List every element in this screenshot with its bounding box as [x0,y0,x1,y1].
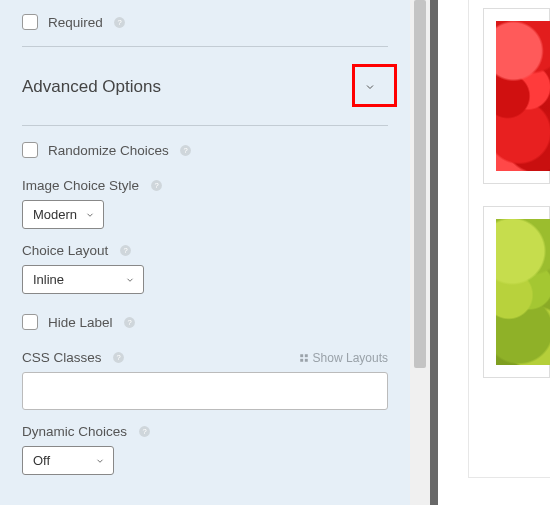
preview-panel [438,0,550,505]
svg-rect-12 [300,354,303,357]
settings-sidebar: Required ? Advanced Options Randomize Ch… [0,0,410,505]
help-icon[interactable]: ? [112,351,126,365]
chevron-down-icon [125,275,135,285]
dynamic-choices-label: Dynamic Choices [22,424,127,439]
image-choice-card[interactable] [483,8,550,184]
chevron-down-icon [85,210,95,220]
required-label: Required [48,15,103,30]
randomize-row: Randomize Choices ? [22,136,388,164]
css-classes-label: CSS Classes [22,350,102,365]
choice-layout-label: Choice Layout [22,243,108,258]
select-value: Off [33,453,50,468]
scrollbar-track[interactable] [410,0,430,505]
show-layouts-link[interactable]: Show Layouts [299,351,388,365]
advanced-options-title: Advanced Options [22,77,161,97]
panel-divider[interactable] [430,0,438,505]
choice-layout-select[interactable]: Inline [22,265,144,294]
help-icon[interactable]: ? [179,143,193,157]
select-value: Modern [33,207,77,222]
strawberry-image [496,21,550,171]
image-choice-style-block: Image Choice Style ? Modern [22,178,388,229]
svg-rect-13 [304,354,307,357]
randomize-checkbox[interactable] [22,142,38,158]
svg-rect-14 [300,358,303,361]
help-icon[interactable]: ? [123,315,137,329]
grid-icon [299,353,309,363]
image-choice-card[interactable] [483,206,550,378]
required-checkbox[interactable] [22,14,38,30]
chevron-down-icon [95,456,105,466]
svg-text:?: ? [127,318,131,327]
help-icon[interactable]: ? [149,179,163,193]
hide-label-label: Hide Label [48,315,113,330]
choice-layout-block: Choice Layout ? Inline [22,243,388,294]
dynamic-choices-select[interactable]: Off [22,446,114,475]
hide-label-row: Hide Label ? [22,308,388,336]
scrollbar-thumb[interactable] [414,0,426,368]
show-layouts-label: Show Layouts [313,351,388,365]
svg-text:?: ? [154,181,158,190]
svg-text:?: ? [142,427,146,436]
help-icon[interactable]: ? [118,244,132,258]
randomize-label: Randomize Choices [48,143,169,158]
image-choice-style-select[interactable]: Modern [22,200,104,229]
svg-rect-15 [304,358,307,361]
image-choice-style-label: Image Choice Style [22,178,139,193]
hide-label-checkbox[interactable] [22,314,38,330]
svg-text:?: ? [184,146,188,155]
css-classes-block: CSS Classes ? Show Layouts [22,350,388,410]
required-row: Required ? [22,8,388,36]
pear-image [496,219,550,365]
dynamic-choices-block: Dynamic Choices ? Off [22,424,388,475]
help-icon[interactable]: ? [113,15,127,29]
select-value: Inline [33,272,64,287]
svg-text:?: ? [123,246,127,255]
preview-container [468,0,550,478]
help-icon[interactable]: ? [137,425,151,439]
svg-text:?: ? [116,353,120,362]
chevron-down-icon[interactable] [352,69,388,105]
divider [22,125,388,126]
advanced-options-header[interactable]: Advanced Options [22,47,388,125]
css-classes-input[interactable] [22,372,388,410]
svg-text:?: ? [118,18,122,27]
